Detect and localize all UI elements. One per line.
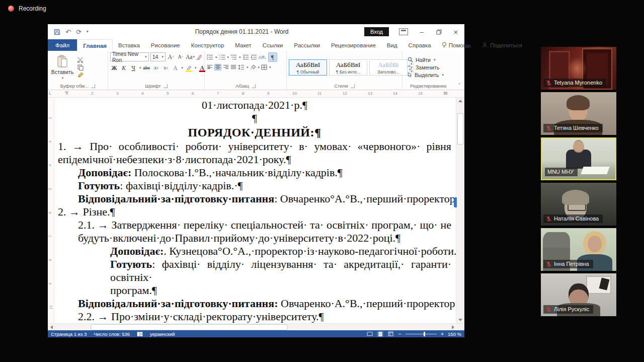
shrink-font-button[interactable]: A˅ — [177, 53, 185, 61]
read-mode-icon[interactable] — [366, 331, 373, 337]
decrease-indent-button[interactable] — [243, 54, 249, 60]
tab-рецензирование[interactable]: Рецензирование — [326, 39, 381, 51]
zoom-out-button[interactable]: − — [398, 331, 401, 337]
show-marks-button[interactable]: ¶ — [268, 52, 277, 62]
align-right-button[interactable] — [223, 64, 229, 70]
participant-tile[interactable]: Tetyana Myronenko — [541, 47, 616, 90]
justify-button[interactable] — [230, 64, 236, 70]
minimize-button[interactable]: – — [413, 25, 430, 39]
scroll-down-icon[interactable] — [458, 319, 462, 321]
zoom-in-button[interactable]: + — [441, 331, 444, 337]
bullets-button[interactable] — [207, 54, 213, 60]
align-left-button[interactable] — [207, 64, 213, 70]
tab-главная[interactable]: Главная — [77, 39, 113, 51]
tab-макет[interactable]: Макет — [229, 39, 257, 51]
save-icon[interactable] — [54, 29, 60, 35]
format-painter-button[interactable] — [77, 72, 84, 78]
vertical-scroll-thumb[interactable] — [457, 113, 463, 144]
horizontal-scroll-thumb[interactable] — [91, 324, 288, 330]
tab-конструктор[interactable]: Конструктор — [186, 39, 230, 51]
restore-button[interactable] — [430, 25, 447, 39]
clear-formatting-button[interactable] — [196, 54, 202, 60]
style-card[interactable]: АаБбВвІ¶ Без инте... — [329, 59, 367, 76]
zoom-level[interactable]: 150 % — [448, 331, 461, 337]
grow-font-button[interactable]: A˄ — [167, 53, 175, 61]
vertical-ruler[interactable]: 234567891011 — [48, 98, 54, 323]
italic-button[interactable]: К — [120, 63, 128, 72]
highlight-button[interactable] — [185, 63, 193, 72]
qat-customize-icon[interactable]: ▾ — [87, 30, 89, 34]
close-button[interactable]: × — [447, 25, 464, 39]
page-indicator[interactable]: Страница 1 из 3 — [51, 331, 87, 337]
shading-button[interactable] — [250, 64, 256, 70]
align-center-button[interactable] — [214, 64, 221, 70]
font-color-button[interactable]: А — [198, 63, 206, 72]
borders-button[interactable] — [261, 64, 267, 70]
collapse-ribbon-icon[interactable]: ⌃ — [454, 51, 464, 90]
font-dialog-launcher-icon[interactable] — [164, 84, 168, 88]
undo-icon[interactable]: ↶ — [65, 29, 71, 35]
proofing-icon[interactable] — [137, 331, 143, 337]
horizontal-ruler[interactable]: L 12345678910111213141516 — [48, 90, 464, 98]
style-card[interactable]: АаБбВвІ¶ Обычный — [289, 59, 327, 76]
tab-вставка[interactable]: Вставка — [113, 39, 145, 51]
print-layout-icon[interactable] — [377, 331, 383, 337]
doc-text: : Овчаренко°А.°В.,·перший·проректор.¶ — [274, 192, 463, 205]
participant-tile[interactable]: Наталія Савінова — [541, 183, 616, 226]
web-layout-icon[interactable] — [387, 331, 394, 337]
superscript-button[interactable]: x1 — [162, 63, 170, 72]
sign-in-button[interactable]: Вход — [364, 27, 389, 36]
tab-selector-icon[interactable]: L — [49, 91, 51, 96]
tab-help[interactable]: Помощь — [437, 39, 476, 51]
sort-button[interactable]: АЯ↓ — [259, 55, 267, 60]
tab-рассылки[interactable]: Рассылки — [288, 39, 326, 51]
font-name-combo[interactable]: Times New Ron▾ — [110, 52, 149, 61]
participant-tile[interactable]: MNU МНУ — [541, 137, 616, 180]
select-button[interactable]: Выделить▾ — [408, 72, 444, 78]
find-button[interactable]: Найти▾ — [408, 57, 444, 63]
copy-button[interactable] — [77, 64, 84, 70]
redo-icon[interactable]: ⟳ — [76, 29, 82, 35]
styles-group: АаБбВвІ¶ ОбычныйАаБбВвІ¶ Без инте...АаБб… — [287, 51, 403, 90]
clipboard-dialog-launcher-icon[interactable] — [91, 84, 95, 88]
participant-tile[interactable]: Лілія Рускуліс — [541, 273, 616, 316]
ribbon-display-options-button[interactable] — [396, 25, 413, 39]
participant-tile[interactable]: Інна Петрівна — [541, 228, 616, 271]
presence-marker — [454, 197, 457, 207]
text-effects-button[interactable]: А — [172, 63, 180, 72]
bold-button[interactable]: Ж — [110, 63, 118, 72]
horizontal-scrollbar[interactable] — [48, 323, 464, 330]
vertical-scrollbar[interactable] — [456, 98, 464, 323]
tab-справка[interactable]: Справка — [403, 39, 437, 51]
styles-dialog-launcher-icon[interactable] — [351, 84, 355, 88]
tab-вид[interactable]: Вид — [381, 39, 403, 51]
underline-button[interactable]: Ч — [129, 63, 137, 72]
language-indicator[interactable]: украинский — [150, 331, 175, 337]
participant-tile[interactable]: Тетяна Шевченко — [541, 92, 616, 135]
share-button[interactable]: Поделиться — [476, 39, 528, 51]
strikethrough-button[interactable]: abc — [143, 63, 151, 72]
multilevel-list-button[interactable] — [230, 54, 237, 60]
subscript-button[interactable]: x2 — [152, 63, 160, 72]
change-case-button[interactable]: Аа▾ — [186, 53, 194, 61]
scroll-right-icon[interactable] — [452, 325, 454, 329]
zoom-slider[interactable] — [406, 334, 437, 334]
tab-рисование[interactable]: Рисование — [145, 39, 186, 51]
scroll-left-icon[interactable] — [50, 325, 53, 329]
zoom-slider-thumb[interactable] — [424, 332, 425, 336]
clipboard-icon — [57, 55, 68, 68]
cut-button[interactable] — [77, 57, 84, 63]
paragraph-dialog-launcher-icon[interactable] — [252, 84, 256, 88]
word-count[interactable]: Число слов: 536 — [94, 331, 130, 337]
tab-файл[interactable]: Файл — [48, 39, 77, 51]
line-spacing-button[interactable] — [238, 64, 245, 70]
numbering-button[interactable] — [219, 54, 225, 60]
font-size-combo[interactable]: 14▾ — [150, 52, 166, 61]
tab-ссылки[interactable]: Ссылки — [257, 39, 289, 51]
increase-indent-button[interactable] — [251, 54, 257, 60]
style-card[interactable]: АаБбВіЗаголово... — [369, 59, 408, 76]
replace-button[interactable]: abac Заменить — [408, 64, 444, 70]
scroll-up-icon[interactable] — [458, 100, 462, 102]
document-page[interactable]: 01·листопада·2021·р.¶¶ПОРЯДОК·ДЕННИЙ:¶1.… — [54, 98, 456, 323]
paste-button[interactable]: Вставить ▾ — [50, 52, 75, 82]
